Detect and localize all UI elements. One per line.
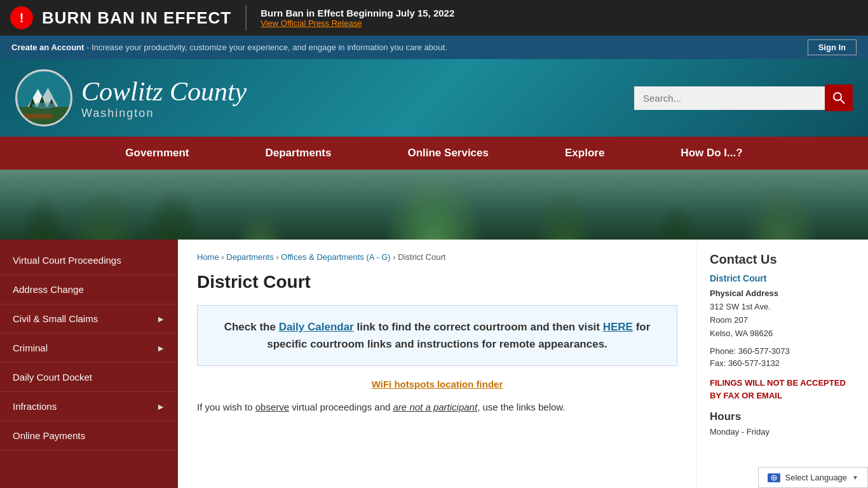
language-label: Select Language [785,473,848,482]
page-title: District Court [197,272,677,292]
site-title: Cowlitz County Washington [81,76,247,120]
hours-title: Hours [710,410,855,423]
alert-icon: ! [10,6,33,29]
breadcrumb-offices[interactable]: Offices & Departments (A - G) [281,252,390,262]
sidebar: Virtual Court Proceedings Address Change… [0,240,178,488]
logo-circle [15,69,72,126]
chevron-right-icon: ► [156,402,165,412]
site-name: Cowlitz County [81,76,247,107]
flag-icon [768,473,780,482]
top-bar-text: Create an Account - Increase your produc… [11,43,447,52]
sidebar-item-infractions[interactable]: Infractions ► [0,392,178,421]
language-selector[interactable]: Select Language ▼ [758,467,869,488]
sidebar-item-civil-small-claims[interactable]: Civil & Small Claims ► [0,304,178,334]
site-state: Washington [81,107,247,120]
chevron-right-icon: ► [156,343,165,353]
sidebar-item-daily-court-docket[interactable]: Daily Court Docket [0,363,178,392]
nav-item-departments[interactable]: Departments [227,137,370,170]
breadcrumb-departments[interactable]: Departments [226,252,273,262]
top-bar: Create an Account - Increase your produc… [0,36,868,59]
search-area [634,85,853,111]
google-translate-icon [768,473,780,482]
main-nav: Government Departments Online Services E… [0,137,868,170]
address-label: Physical Address [710,288,855,298]
hours-text: Monday - Friday [710,427,855,437]
svg-line-10 [841,100,844,104]
sidebar-item-virtual-court[interactable]: Virtual Court Proceedings [0,246,178,275]
svg-rect-8 [23,114,53,118]
alert-divider [245,5,247,30]
sidebar-item-address-change[interactable]: Address Change [0,275,178,304]
here-link[interactable]: HERE [603,321,633,333]
search-icon [832,92,845,104]
contact-us-title: Contact Us [710,252,855,267]
alert-banner: ! BURN BAN IN EFFECT Burn Ban in Effect … [0,0,868,36]
svg-point-9 [834,93,841,100]
filings-warning: FILINGS WILL NOT BE ACCEPTED BY FAX OR E… [710,377,855,402]
alert-title: BURN BAN IN EFFECT [42,8,231,28]
top-bar-description: - Increase your productivity, customize … [84,43,447,52]
chevron-down-icon: ▼ [852,474,858,481]
breadcrumb-home[interactable]: Home [197,252,219,262]
alert-text-block: Burn Ban in Effect Beginning July 15, 20… [261,8,454,28]
sidebar-item-criminal[interactable]: Criminal ► [0,334,178,363]
chevron-right-icon: ► [156,314,165,324]
breadcrumb: Home › Departments › Offices & Departmen… [197,252,677,262]
sign-in-button[interactable]: Sign In [808,39,857,55]
logo-area: Cowlitz County Washington [15,69,247,126]
wifi-link[interactable]: WiFi hotspots location finder [197,379,677,390]
nav-item-how-do-i[interactable]: How Do I...? [642,137,780,170]
daily-calendar-link[interactable]: Daily Calendar [279,321,354,333]
breadcrumb-current: District Court [398,252,445,262]
site-header: Cowlitz County Washington [0,59,868,137]
address-line3: Kelso, WA 98626 [710,327,855,341]
nav-item-online-services[interactable]: Online Services [369,137,527,170]
highlight-box: Check the Daily Calendar link to find th… [197,305,677,366]
content-wrapper: Virtual Court Proceedings Address Change… [0,240,868,488]
address-block: 312 SW 1st Ave. Room 207 Kelso, WA 98626 [710,301,855,340]
nav-item-explore[interactable]: Explore [527,137,642,170]
svg-point-7 [32,102,55,108]
right-sidebar: Contact Us District Court Physical Addre… [696,240,868,488]
contact-phone: Phone: 360-577-3073 [710,346,855,356]
highlight-text: Check the Daily Calendar link to find th… [217,318,658,353]
search-button[interactable] [825,85,853,111]
main-content: Home › Departments › Offices & Departmen… [178,240,696,488]
logo-image [17,71,71,125]
alert-news-link[interactable]: View Official Press Release [261,18,454,28]
address-line1: 312 SW 1st Ave. [710,301,855,314]
sidebar-item-online-payments[interactable]: Online Payments [0,421,178,451]
address-line2: Room 207 [710,314,855,327]
alert-news-title: Burn Ban in Effect Beginning July 15, 20… [261,8,454,18]
search-input[interactable] [634,86,825,110]
observe-text: If you wish to observe virtual proceedin… [197,400,677,415]
contact-fax: Fax: 360-577-3132 [710,358,855,368]
contact-section-title: District Court [710,273,855,283]
nav-item-government[interactable]: Government [87,137,227,170]
create-account-link[interactable]: Create an Account [11,43,84,52]
hero-image [0,170,868,240]
hero-trees [0,170,868,240]
